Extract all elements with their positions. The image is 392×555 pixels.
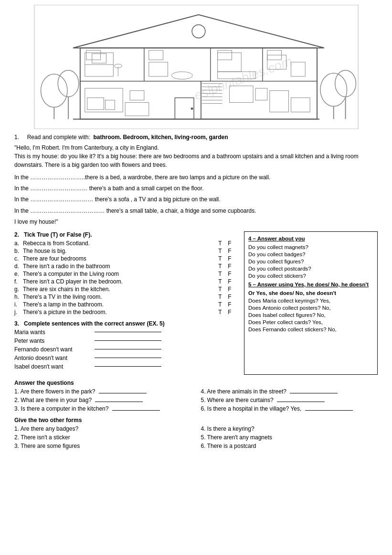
- task3-label: 3.: [14, 320, 19, 327]
- task3-item-5: Isabel doesn't want: [14, 363, 234, 370]
- tf-row-a: a. Rebecca is from Scotland. T F: [14, 240, 234, 247]
- gf-right-3: 6. There is a postcard: [201, 443, 378, 449]
- task3-line-3: [95, 349, 161, 349]
- aq-r1-text: 4. Are there animals in the street?: [201, 388, 286, 395]
- tf-letter-b: b.: [14, 248, 23, 254]
- tf-text-h: There's a TV in the living room.: [23, 294, 215, 300]
- tf-f-g: F: [225, 286, 234, 293]
- fill-row-2: In the ………………………… there's a bath and a s…: [14, 184, 378, 193]
- task3-label-4: Antonio doesn't want: [14, 355, 91, 361]
- task1-words: bathroom. Bedroom, kitchen, living-room,…: [93, 134, 228, 141]
- task3-line-1: [95, 332, 161, 332]
- task5-q3: Does Isabel collect figures? No,: [248, 312, 373, 318]
- give-forms-title: Give the two other forms: [14, 417, 378, 424]
- task4-q3: Do you collect figures?: [248, 259, 373, 264]
- task5-questions: Does Maria collect keyrings? Yes, Does A…: [248, 298, 373, 332]
- tf-letter-c: c.: [14, 255, 23, 262]
- task1-text: Read and complete with:: [27, 134, 90, 141]
- tf-text-j: There's a picture in the bedroom.: [23, 309, 215, 316]
- tf-t-i: T: [215, 301, 225, 308]
- task2-section: 2. Tick True (T) or False (F). a. Rebecc…: [14, 231, 234, 316]
- tf-row-f: f. There isn't a CD player in the bedroo…: [14, 278, 234, 285]
- task5-q4: Does Peter collect cards? Yes,: [248, 319, 373, 325]
- task4-title: 4 – Answer about you: [248, 236, 373, 241]
- tf-f-a: F: [225, 240, 234, 247]
- gf-left-1: 1. Are there any badges?: [14, 425, 191, 432]
- tf-f-e: F: [225, 271, 234, 277]
- tf-f-d: F: [225, 263, 234, 270]
- task1-fill-rows: In the ………………………..there is a bed, a ward…: [14, 173, 378, 227]
- tf-text-c: There are four bedrooms: [23, 255, 215, 262]
- tf-letter-h: h.: [14, 294, 23, 300]
- tf-t-g: T: [215, 286, 225, 293]
- task1-number: 1.: [14, 134, 19, 141]
- tf-row-d: d. There isn't a radio in the bathroom T…: [14, 263, 234, 270]
- aq-left-3: 3. Is there a computer in the kitchen?: [14, 405, 191, 412]
- task3-line-5: [95, 366, 161, 367]
- task1-instruction: 1. Read and complete with: bathroom. Bed…: [14, 134, 378, 141]
- aq-r3-text: 6. Is there a hospital in the village? Y…: [201, 405, 302, 412]
- aq-r2-text: 5. Where are there curtains?: [201, 397, 274, 403]
- tf-letter-e: e.: [14, 271, 23, 277]
- tf-row-i: i. There's a lamp in the bathroom. T F: [14, 301, 234, 308]
- aq-r1-fill: [290, 393, 338, 393]
- task4-q4: Do you collect postcards?: [248, 266, 373, 272]
- task5-section: 5 – Answer using Yes, he does/ No, he do…: [248, 282, 373, 332]
- tf-f-h: F: [225, 294, 234, 300]
- aq-left-2: 2. What are there in your bag?: [14, 397, 191, 403]
- aq-l1-text: 1. Are there flowers in the park?: [14, 388, 95, 395]
- tf-f-c: F: [225, 255, 234, 262]
- give-forms-right: 4. Is there a keyring? 5. There aren't a…: [201, 425, 378, 449]
- tf-f-b: F: [225, 248, 234, 254]
- tf-letter-i: i.: [14, 301, 23, 308]
- tf-t-e: T: [215, 271, 225, 277]
- aq-l2-text: 2. What are there in your bag?: [14, 397, 92, 403]
- aq-r2-fill: [277, 402, 325, 402]
- task4-section: 4 – Answer about you Do you collect magn…: [248, 236, 373, 279]
- aq-l2-fill: [95, 402, 143, 402]
- fill-row-5: I love my house!": [14, 218, 378, 227]
- task3-label-1: Maria wants: [14, 329, 91, 336]
- answer-questions-section: Answer the questions 1. Are there flower…: [14, 380, 378, 412]
- task3-title-text: Complete sentences with the correct answ…: [24, 320, 165, 327]
- give-forms-left: 1. Are there any badges? 2. There isn't …: [14, 425, 191, 449]
- task3-title: 3. Complete sentences with the correct a…: [14, 320, 234, 327]
- fill-row-1: In the ………………………..there is a bed, a ward…: [14, 173, 378, 182]
- tf-row-j: j. There's a picture in the bedroom. T F: [14, 309, 234, 316]
- task3-items: Maria wants Peter wants Fernando doesn't…: [14, 329, 234, 370]
- tf-letter-g: g.: [14, 286, 23, 293]
- task2-label: 2.: [14, 231, 19, 238]
- tf-text-d: There isn't a radio in the bathroom: [23, 263, 215, 270]
- task3-label-3: Fernando doesn't want: [14, 346, 91, 353]
- tf-row-c: c. There are four bedrooms T F: [14, 255, 234, 262]
- tf-t-d: T: [215, 263, 225, 270]
- aq-r3-fill: [305, 410, 353, 411]
- answer-questions-left: 1. Are there flowers in the park? 2. Wha…: [14, 388, 191, 412]
- task3-item-1: Maria wants: [14, 329, 234, 336]
- fill-row-4: In the ………………………………… there's a small tab…: [14, 207, 378, 216]
- tf-letter-j: j.: [14, 309, 23, 316]
- tf-t-c: T: [215, 255, 225, 262]
- tf-f-i: F: [225, 301, 234, 308]
- tf-t-a: T: [215, 240, 225, 247]
- task3-item-2: Peter wants: [14, 337, 234, 344]
- tf-text-b: The house is big.: [23, 248, 215, 254]
- tf-letter-d: d.: [14, 263, 23, 270]
- tf-text-g: There are six chairs in the kitchen.: [23, 286, 215, 293]
- answer-questions-title: Answer the questions: [14, 380, 378, 386]
- svg-rect-0: [35, 5, 357, 129]
- tf-row-b: b. The house is big. T F: [14, 248, 234, 254]
- left-column: 2. Tick True (T) or False (F). a. Rebecc…: [14, 231, 234, 375]
- answer-questions-right: 4. Are there animals in the street? 5. W…: [201, 388, 378, 412]
- task3-section: 3. Complete sentences with the correct a…: [14, 320, 234, 370]
- gf-right-2: 5. There aren't any magnets: [201, 434, 378, 441]
- task1-section: 1. Read and complete with: bathroom. Bed…: [14, 134, 378, 227]
- task4-questions: Do you collect magnets? Do you collect b…: [248, 244, 373, 279]
- task3-item-4: Antonio doesn't want: [14, 355, 234, 361]
- tf-row-e: e. There's a computer in the Living room…: [14, 271, 234, 277]
- tf-f-f: F: [225, 278, 234, 285]
- task4-q2: Do you collect badges?: [248, 251, 373, 257]
- tf-row-g: g. There are six chairs in the kitchen. …: [14, 286, 234, 293]
- tf-t-h: T: [215, 294, 225, 300]
- tf-f-j: F: [225, 309, 234, 316]
